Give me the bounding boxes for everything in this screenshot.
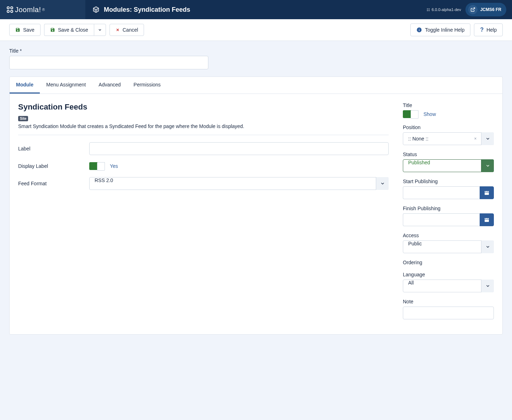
status-select[interactable]: Published [403, 159, 494, 172]
side-status-label: Status [403, 151, 494, 157]
joomla-small-icon [426, 8, 430, 12]
position-clear-icon[interactable]: × [472, 132, 479, 145]
side-language-label: Language [403, 272, 494, 277]
brand-trademark: ® [42, 8, 45, 12]
title-label: Title * [9, 48, 22, 54]
side-position-field: Position :: None :: × [403, 124, 494, 145]
joomla-logo: Joomla!® [6, 5, 45, 14]
tab-menu-assignment[interactable]: Menu Assignment [40, 77, 92, 94]
display-label-row: Display Label Yes [18, 162, 389, 170]
svg-rect-9 [485, 191, 489, 195]
display-label-label: Display Label [18, 163, 82, 169]
label-field-label: Label [18, 146, 82, 151]
save-icon [15, 27, 20, 32]
side-position-label: Position [403, 124, 494, 130]
tab-module[interactable]: Module [10, 77, 40, 94]
side-finish-publishing-label: Finish Publishing [403, 206, 494, 211]
title-show-switch[interactable] [403, 110, 418, 118]
title-field-area: Title * [0, 41, 512, 76]
title-show-state: Show [423, 111, 436, 117]
feed-format-select[interactable]: RSS 2.0 [89, 177, 389, 190]
module-heading: Syndication Feeds [18, 102, 389, 112]
side-language-field: Language All [403, 272, 494, 292]
version-badge[interactable]: 6.0.0-alpha1-dev [426, 7, 461, 12]
finish-publishing-input[interactable] [403, 213, 480, 226]
finish-publishing-calendar-button[interactable] [480, 213, 494, 226]
brand-text: Joomla! [15, 6, 41, 14]
side-access-label: Access [403, 233, 494, 238]
cancel-button[interactable]: Cancel [110, 24, 144, 36]
site-badge: Site [18, 116, 28, 121]
tabs: Module Menu Assignment Advanced Permissi… [10, 77, 502, 94]
toggle-inline-help-button[interactable]: Toggle Inline Help [410, 23, 470, 36]
calendar-icon [484, 190, 490, 196]
side-ordering-label: Ordering [403, 260, 494, 265]
close-icon [116, 28, 120, 32]
svg-point-6 [427, 10, 428, 11]
title-input[interactable] [9, 56, 208, 69]
svg-rect-10 [485, 218, 489, 222]
info-icon [416, 27, 422, 33]
tab-permissions[interactable]: Permissions [127, 77, 167, 94]
side-ordering-field: Ordering [403, 260, 494, 265]
topbar: Joomla!® Modules: Syndication Feeds 6.0.… [0, 0, 512, 19]
display-label-switch[interactable] [89, 162, 105, 170]
main-column: Syndication Feeds Site Smart Syndication… [18, 102, 389, 326]
question-icon: ? [480, 27, 484, 33]
label-field-row: Label [18, 142, 389, 155]
brand-area[interactable]: Joomla!® [0, 0, 85, 19]
svg-point-4 [427, 9, 428, 9]
joomla-logo-icon [6, 5, 14, 14]
position-select[interactable]: :: None :: × [403, 132, 494, 145]
svg-point-7 [429, 10, 430, 11]
side-note-label: Note [403, 299, 494, 304]
side-start-publishing-field: Start Publishing [403, 179, 494, 199]
save-close-group: Save & Close [44, 24, 106, 36]
user-label: JCMS6 FR [480, 7, 501, 12]
cube-icon [92, 6, 100, 13]
language-select[interactable]: All [403, 280, 494, 292]
svg-point-5 [429, 9, 430, 9]
side-title-field: Title Show [403, 102, 494, 118]
label-input[interactable] [89, 142, 389, 155]
svg-point-2 [7, 10, 9, 12]
side-status-field: Status Published [403, 151, 494, 172]
save-button[interactable]: Save [9, 24, 41, 36]
side-note-field: Note [403, 299, 494, 319]
calendar-icon [484, 217, 490, 223]
svg-point-1 [11, 7, 13, 9]
save-close-button[interactable]: Save & Close [44, 24, 94, 36]
help-button[interactable]: ? Help [474, 23, 503, 36]
save-close-dropdown[interactable] [94, 24, 106, 36]
side-finish-publishing-field: Finish Publishing [403, 206, 494, 226]
page-title: Modules: Syndication Feeds [104, 6, 190, 14]
start-publishing-input[interactable] [403, 186, 480, 199]
main-card: Module Menu Assignment Advanced Permissi… [9, 76, 503, 335]
feed-format-row: Feed Format RSS 2.0 [18, 177, 389, 190]
chevron-down-icon [98, 28, 102, 32]
svg-point-3 [11, 10, 13, 12]
card-body: Syndication Feeds Site Smart Syndication… [10, 94, 502, 334]
feed-format-label: Feed Format [18, 181, 82, 186]
side-start-publishing-label: Start Publishing [403, 179, 494, 184]
toolbar: Save Save & Close Cancel Toggle Inline H… [0, 19, 512, 41]
save-icon [50, 27, 55, 32]
access-select[interactable]: Public [403, 240, 494, 253]
tab-advanced[interactable]: Advanced [92, 77, 127, 94]
note-input[interactable] [403, 307, 494, 319]
start-publishing-calendar-button[interactable] [480, 186, 494, 199]
page-title-area: Modules: Syndication Feeds [85, 6, 421, 14]
side-access-field: Access Public [403, 233, 494, 253]
svg-point-0 [7, 7, 9, 9]
side-column: Title Show Position :: None :: × Status [403, 102, 494, 326]
topbar-right: 6.0.0-alpha1-dev JCMS6 FR [421, 3, 512, 16]
user-menu[interactable]: JCMS6 FR [465, 3, 506, 16]
external-link-icon [468, 5, 478, 14]
side-title-label: Title [403, 102, 494, 108]
display-label-state: Yes [110, 163, 118, 169]
module-description: Smart Syndication Module that creates a … [18, 123, 389, 135]
